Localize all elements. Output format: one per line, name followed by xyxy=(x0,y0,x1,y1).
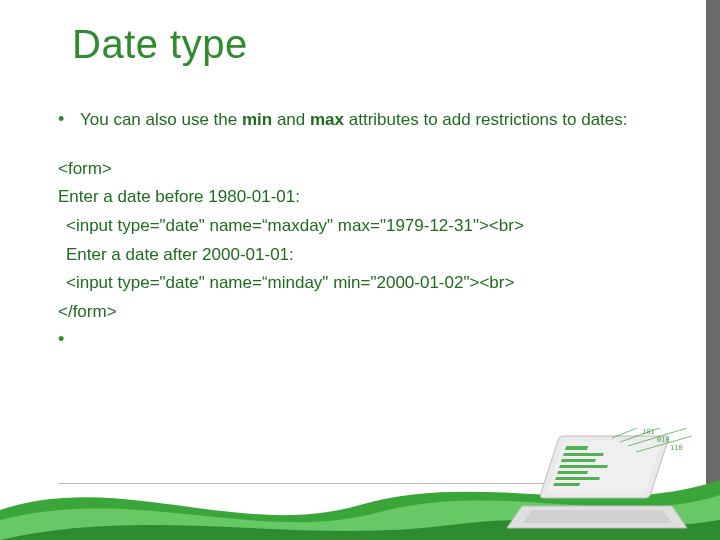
svg-rect-6 xyxy=(557,471,588,474)
code-label-1: Enter a date before 1980-01-01: xyxy=(58,185,660,210)
svg-rect-5 xyxy=(559,465,608,468)
svg-rect-8 xyxy=(553,483,580,486)
t: attributes to add restrictions to dates: xyxy=(344,110,627,129)
bullet-item-1: • You can also use the min and max attri… xyxy=(58,108,660,133)
t: You can also use the xyxy=(80,110,242,129)
code-input-1: <input type="date" name=“maxday" max="19… xyxy=(58,214,660,239)
code-label-2: Enter a date after 2000-01-01: xyxy=(58,243,660,268)
svg-text:101: 101 xyxy=(642,428,655,436)
code-form-open: <form> xyxy=(58,157,660,182)
svg-rect-7 xyxy=(555,477,600,480)
slide-body: • You can also use the min and max attri… xyxy=(58,108,660,366)
code-input-2: <input type="date" name=“minday" min="20… xyxy=(58,271,660,296)
svg-marker-10 xyxy=(522,510,672,523)
svg-rect-2 xyxy=(565,446,588,450)
bullet-icon: • xyxy=(58,108,80,131)
bullet-icon: • xyxy=(58,328,80,351)
svg-text:010: 010 xyxy=(657,436,670,444)
kw-min: min xyxy=(242,110,272,129)
svg-rect-3 xyxy=(563,453,604,456)
slide-title: Date type xyxy=(72,22,248,67)
bullet-text-1: You can also use the min and max attribu… xyxy=(80,108,660,133)
svg-text:110: 110 xyxy=(670,444,683,452)
t: and xyxy=(272,110,310,129)
slide: Date type • You can also use the min and… xyxy=(0,0,720,540)
code-form-close: </form> xyxy=(58,300,660,325)
laptop-icon: 101 010 110 xyxy=(502,428,692,538)
svg-rect-4 xyxy=(561,459,596,462)
laptop-graphic: 101 010 110 xyxy=(502,428,692,538)
kw-max: max xyxy=(310,110,344,129)
bullet-item-2: • xyxy=(58,328,660,351)
